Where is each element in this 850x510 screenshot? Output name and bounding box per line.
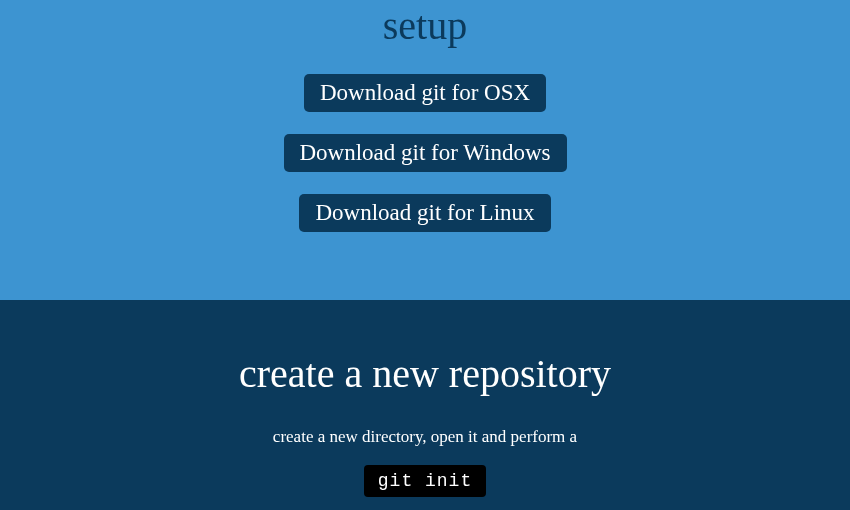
setup-title: setup [0,0,850,74]
download-osx-button[interactable]: Download git for OSX [304,74,546,112]
setup-section: setup Download git for OSX Download git … [0,0,850,300]
code-git-init: git init [364,465,486,497]
create-title: create a new repository [0,350,850,397]
create-repository-section: create a new repository create a new dir… [0,300,850,510]
download-windows-button[interactable]: Download git for Windows [284,134,567,172]
create-instruction: create a new directory, open it and perf… [0,427,850,447]
download-buttons-container: Download git for OSX Download git for Wi… [0,74,850,232]
download-linux-button[interactable]: Download git for Linux [299,194,550,232]
